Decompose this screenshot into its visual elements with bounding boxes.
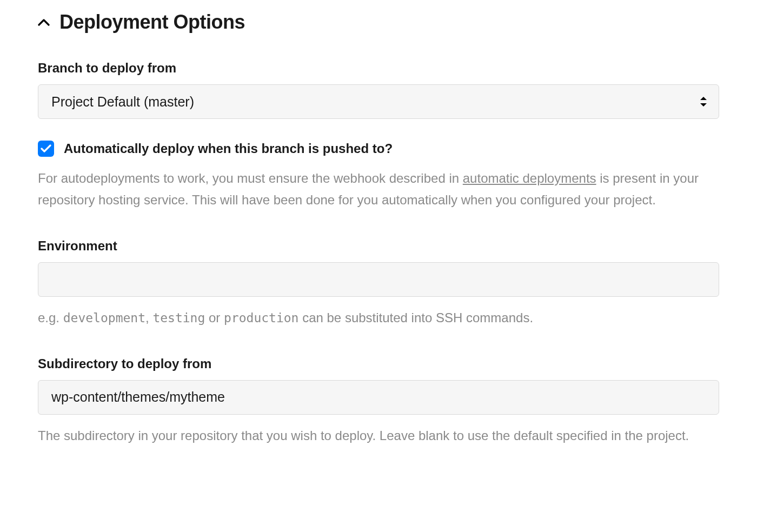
branch-label: Branch to deploy from (38, 61, 719, 76)
environment-help-code3: production (224, 311, 298, 325)
autodeploy-checkbox[interactable] (38, 141, 54, 157)
section-header[interactable]: Deployment Options (38, 11, 719, 34)
autodeploy-help-before: For autodeployments to work, you must en… (38, 171, 463, 185)
branch-select[interactable]: Project Default (master) (38, 84, 719, 119)
branch-field: Branch to deploy from Project Default (m… (38, 61, 719, 119)
autodeploy-help: For autodeployments to work, you must en… (38, 168, 719, 210)
subdir-help: The subdirectory in your repository that… (38, 425, 719, 445)
subdir-field: Subdirectory to deploy from The subdirec… (38, 356, 719, 445)
environment-field: Environment e.g. development, testing or… (38, 238, 719, 328)
section-title: Deployment Options (59, 11, 245, 34)
autodeploy-help-link[interactable]: automatic deployments (463, 171, 596, 185)
environment-help-code1: development (63, 311, 145, 325)
environment-help-suffix: can be substituted into SSH commands. (298, 310, 533, 325)
subdir-input[interactable] (38, 380, 719, 415)
autodeploy-row: Automatically deploy when this branch is… (38, 141, 719, 157)
environment-help-prefix: e.g. (38, 310, 63, 325)
environment-label: Environment (38, 238, 719, 254)
check-icon (41, 144, 51, 153)
subdir-label: Subdirectory to deploy from (38, 356, 719, 371)
autodeploy-label: Automatically deploy when this branch is… (64, 141, 393, 156)
environment-help-code2: testing (152, 311, 205, 325)
environment-help-sep2: or (205, 310, 224, 325)
branch-select-wrapper: Project Default (master) (38, 84, 719, 119)
environment-input[interactable] (38, 262, 719, 297)
branch-select-value: Project Default (master) (51, 94, 194, 110)
environment-help-sep1: , (145, 310, 152, 325)
environment-help: e.g. development, testing or production … (38, 308, 719, 328)
chevron-up-icon (38, 18, 50, 26)
